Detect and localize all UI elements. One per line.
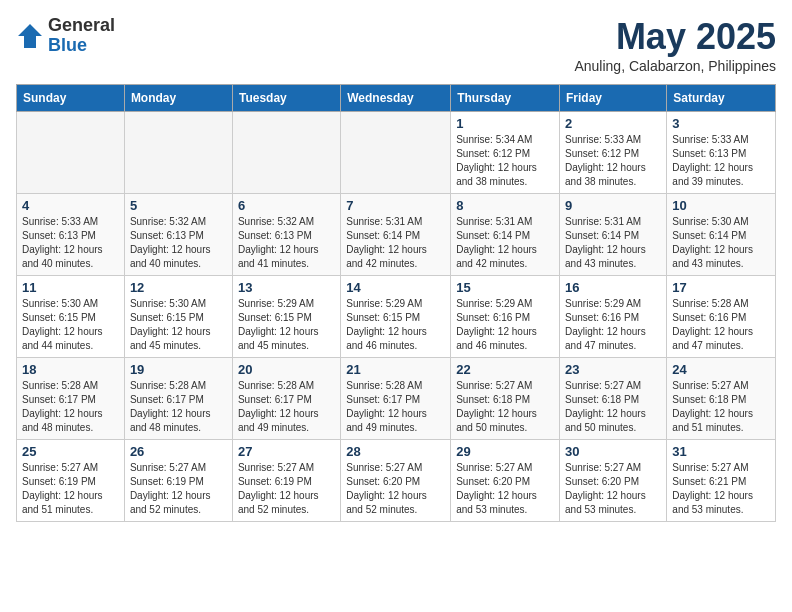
day-info: Sunrise: 5:31 AM Sunset: 6:14 PM Dayligh… xyxy=(565,215,661,271)
day-info: Sunrise: 5:29 AM Sunset: 6:16 PM Dayligh… xyxy=(565,297,661,353)
calendar-cell: 7Sunrise: 5:31 AM Sunset: 6:14 PM Daylig… xyxy=(341,194,451,276)
calendar-week-row: 25Sunrise: 5:27 AM Sunset: 6:19 PM Dayli… xyxy=(17,440,776,522)
day-info: Sunrise: 5:30 AM Sunset: 6:15 PM Dayligh… xyxy=(22,297,119,353)
calendar-cell: 16Sunrise: 5:29 AM Sunset: 6:16 PM Dayli… xyxy=(560,276,667,358)
day-info: Sunrise: 5:31 AM Sunset: 6:14 PM Dayligh… xyxy=(456,215,554,271)
day-info: Sunrise: 5:30 AM Sunset: 6:15 PM Dayligh… xyxy=(130,297,227,353)
logo-general-text: General xyxy=(48,16,115,36)
calendar-cell: 12Sunrise: 5:30 AM Sunset: 6:15 PM Dayli… xyxy=(124,276,232,358)
calendar-cell: 21Sunrise: 5:28 AM Sunset: 6:17 PM Dayli… xyxy=(341,358,451,440)
day-info: Sunrise: 5:27 AM Sunset: 6:20 PM Dayligh… xyxy=(456,461,554,517)
day-number: 1 xyxy=(456,116,554,131)
calendar-cell: 25Sunrise: 5:27 AM Sunset: 6:19 PM Dayli… xyxy=(17,440,125,522)
calendar-cell: 19Sunrise: 5:28 AM Sunset: 6:17 PM Dayli… xyxy=(124,358,232,440)
day-info: Sunrise: 5:27 AM Sunset: 6:20 PM Dayligh… xyxy=(565,461,661,517)
day-number: 14 xyxy=(346,280,445,295)
day-number: 7 xyxy=(346,198,445,213)
svg-marker-0 xyxy=(18,24,42,48)
logo-text: General Blue xyxy=(48,16,115,56)
weekday-header-sunday: Sunday xyxy=(17,85,125,112)
day-number: 11 xyxy=(22,280,119,295)
day-info: Sunrise: 5:29 AM Sunset: 6:15 PM Dayligh… xyxy=(238,297,335,353)
calendar-cell: 14Sunrise: 5:29 AM Sunset: 6:15 PM Dayli… xyxy=(341,276,451,358)
weekday-header-row: SundayMondayTuesdayWednesdayThursdayFrid… xyxy=(17,85,776,112)
logo: General Blue xyxy=(16,16,115,56)
day-info: Sunrise: 5:27 AM Sunset: 6:18 PM Dayligh… xyxy=(565,379,661,435)
day-number: 26 xyxy=(130,444,227,459)
calendar-cell: 9Sunrise: 5:31 AM Sunset: 6:14 PM Daylig… xyxy=(560,194,667,276)
day-number: 21 xyxy=(346,362,445,377)
page-header: General Blue May 2025 Anuling, Calabarzo… xyxy=(16,16,776,74)
day-number: 29 xyxy=(456,444,554,459)
day-info: Sunrise: 5:28 AM Sunset: 6:17 PM Dayligh… xyxy=(346,379,445,435)
weekday-header-wednesday: Wednesday xyxy=(341,85,451,112)
day-number: 23 xyxy=(565,362,661,377)
day-info: Sunrise: 5:33 AM Sunset: 6:13 PM Dayligh… xyxy=(672,133,770,189)
day-info: Sunrise: 5:27 AM Sunset: 6:18 PM Dayligh… xyxy=(456,379,554,435)
day-info: Sunrise: 5:28 AM Sunset: 6:17 PM Dayligh… xyxy=(22,379,119,435)
day-info: Sunrise: 5:27 AM Sunset: 6:19 PM Dayligh… xyxy=(130,461,227,517)
calendar-cell: 26Sunrise: 5:27 AM Sunset: 6:19 PM Dayli… xyxy=(124,440,232,522)
calendar-cell: 2Sunrise: 5:33 AM Sunset: 6:12 PM Daylig… xyxy=(560,112,667,194)
day-info: Sunrise: 5:28 AM Sunset: 6:16 PM Dayligh… xyxy=(672,297,770,353)
calendar-week-row: 18Sunrise: 5:28 AM Sunset: 6:17 PM Dayli… xyxy=(17,358,776,440)
month-title: May 2025 xyxy=(574,16,776,58)
calendar-week-row: 1Sunrise: 5:34 AM Sunset: 6:12 PM Daylig… xyxy=(17,112,776,194)
calendar-cell: 22Sunrise: 5:27 AM Sunset: 6:18 PM Dayli… xyxy=(451,358,560,440)
day-number: 9 xyxy=(565,198,661,213)
day-number: 2 xyxy=(565,116,661,131)
weekday-header-friday: Friday xyxy=(560,85,667,112)
day-info: Sunrise: 5:33 AM Sunset: 6:12 PM Dayligh… xyxy=(565,133,661,189)
calendar-cell: 15Sunrise: 5:29 AM Sunset: 6:16 PM Dayli… xyxy=(451,276,560,358)
day-number: 15 xyxy=(456,280,554,295)
day-number: 31 xyxy=(672,444,770,459)
calendar-cell: 27Sunrise: 5:27 AM Sunset: 6:19 PM Dayli… xyxy=(232,440,340,522)
day-number: 3 xyxy=(672,116,770,131)
weekday-header-thursday: Thursday xyxy=(451,85,560,112)
weekday-header-tuesday: Tuesday xyxy=(232,85,340,112)
day-info: Sunrise: 5:27 AM Sunset: 6:21 PM Dayligh… xyxy=(672,461,770,517)
logo-blue-text: Blue xyxy=(48,36,115,56)
logo-icon xyxy=(16,22,44,50)
calendar-cell: 1Sunrise: 5:34 AM Sunset: 6:12 PM Daylig… xyxy=(451,112,560,194)
day-number: 20 xyxy=(238,362,335,377)
day-number: 28 xyxy=(346,444,445,459)
calendar-cell: 29Sunrise: 5:27 AM Sunset: 6:20 PM Dayli… xyxy=(451,440,560,522)
day-info: Sunrise: 5:29 AM Sunset: 6:15 PM Dayligh… xyxy=(346,297,445,353)
day-info: Sunrise: 5:27 AM Sunset: 6:20 PM Dayligh… xyxy=(346,461,445,517)
day-info: Sunrise: 5:32 AM Sunset: 6:13 PM Dayligh… xyxy=(238,215,335,271)
day-number: 24 xyxy=(672,362,770,377)
day-info: Sunrise: 5:31 AM Sunset: 6:14 PM Dayligh… xyxy=(346,215,445,271)
day-info: Sunrise: 5:34 AM Sunset: 6:12 PM Dayligh… xyxy=(456,133,554,189)
day-info: Sunrise: 5:27 AM Sunset: 6:19 PM Dayligh… xyxy=(22,461,119,517)
day-number: 16 xyxy=(565,280,661,295)
calendar-week-row: 11Sunrise: 5:30 AM Sunset: 6:15 PM Dayli… xyxy=(17,276,776,358)
day-number: 19 xyxy=(130,362,227,377)
day-info: Sunrise: 5:27 AM Sunset: 6:18 PM Dayligh… xyxy=(672,379,770,435)
weekday-header-saturday: Saturday xyxy=(667,85,776,112)
calendar-cell: 5Sunrise: 5:32 AM Sunset: 6:13 PM Daylig… xyxy=(124,194,232,276)
day-number: 4 xyxy=(22,198,119,213)
calendar-cell: 13Sunrise: 5:29 AM Sunset: 6:15 PM Dayli… xyxy=(232,276,340,358)
day-number: 8 xyxy=(456,198,554,213)
calendar-cell: 30Sunrise: 5:27 AM Sunset: 6:20 PM Dayli… xyxy=(560,440,667,522)
day-info: Sunrise: 5:30 AM Sunset: 6:14 PM Dayligh… xyxy=(672,215,770,271)
calendar-cell xyxy=(341,112,451,194)
day-info: Sunrise: 5:27 AM Sunset: 6:19 PM Dayligh… xyxy=(238,461,335,517)
day-info: Sunrise: 5:32 AM Sunset: 6:13 PM Dayligh… xyxy=(130,215,227,271)
calendar-cell: 23Sunrise: 5:27 AM Sunset: 6:18 PM Dayli… xyxy=(560,358,667,440)
day-info: Sunrise: 5:33 AM Sunset: 6:13 PM Dayligh… xyxy=(22,215,119,271)
calendar-cell: 17Sunrise: 5:28 AM Sunset: 6:16 PM Dayli… xyxy=(667,276,776,358)
day-number: 10 xyxy=(672,198,770,213)
calendar-cell: 28Sunrise: 5:27 AM Sunset: 6:20 PM Dayli… xyxy=(341,440,451,522)
calendar-cell: 6Sunrise: 5:32 AM Sunset: 6:13 PM Daylig… xyxy=(232,194,340,276)
day-number: 25 xyxy=(22,444,119,459)
calendar-cell: 20Sunrise: 5:28 AM Sunset: 6:17 PM Dayli… xyxy=(232,358,340,440)
day-number: 13 xyxy=(238,280,335,295)
day-info: Sunrise: 5:29 AM Sunset: 6:16 PM Dayligh… xyxy=(456,297,554,353)
day-number: 18 xyxy=(22,362,119,377)
day-info: Sunrise: 5:28 AM Sunset: 6:17 PM Dayligh… xyxy=(238,379,335,435)
calendar-cell: 3Sunrise: 5:33 AM Sunset: 6:13 PM Daylig… xyxy=(667,112,776,194)
day-number: 17 xyxy=(672,280,770,295)
day-number: 5 xyxy=(130,198,227,213)
